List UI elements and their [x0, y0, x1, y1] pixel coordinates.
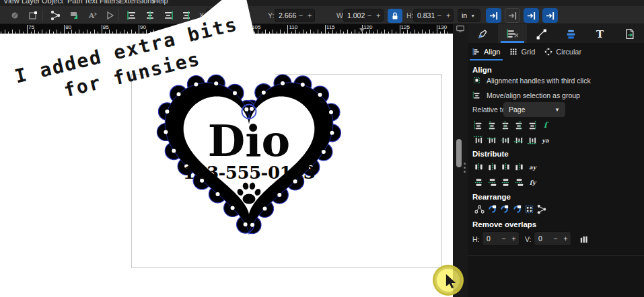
- overlap-v-plus-button[interactable]: +: [561, 235, 571, 243]
- overlap-h-field[interactable]: 0 − +: [482, 231, 520, 246]
- rearrange-graph-layout-button[interactable]: [473, 203, 486, 216]
- rearrange-randomize-button[interactable]: [523, 203, 536, 216]
- align-left-edge-button[interactable]: [472, 119, 485, 132]
- align-left-center-button[interactable]: [485, 119, 498, 132]
- y-field[interactable]: 2.666 − +: [275, 9, 315, 22]
- align-right-center-button[interactable]: [512, 119, 525, 132]
- lower-to-bottom-icon[interactable]: [67, 8, 81, 22]
- menu-item-layer[interactable]: Layer: [22, 0, 40, 5]
- align-center-vertical-button[interactable]: [499, 134, 511, 146]
- move-gradients-toggle[interactable]: [524, 8, 539, 23]
- align-right-edge-button[interactable]: [526, 119, 538, 132]
- subtab-grid[interactable]: Grid: [509, 43, 535, 60]
- ruler-tick: [116, 30, 117, 34]
- scale-stroke-toggle[interactable]: [486, 8, 501, 23]
- distribute-gaps-vertical-button[interactable]: [513, 176, 526, 189]
- scale-corners-toggle[interactable]: [505, 8, 520, 23]
- dialog-tab-bar: ×T: [468, 24, 644, 43]
- edit-objects-icon[interactable]: [26, 8, 40, 22]
- align-center-icon[interactable]: [143, 8, 157, 22]
- ruler-tick: [269, 32, 270, 34]
- width-field[interactable]: 1.002 − +: [343, 9, 384, 22]
- ruler-tick: [102, 25, 102, 34]
- overlap-h-plus-button[interactable]: +: [509, 235, 519, 243]
- distribute-centers-vertical-button[interactable]: [486, 176, 499, 189]
- ruler-tick: [94, 30, 95, 34]
- unit-dropdown[interactable]: in ▼: [458, 9, 480, 22]
- tab-node-editing[interactable]: [527, 24, 557, 43]
- h-minus-button[interactable]: −: [435, 11, 443, 19]
- distribute-gaps-horizontal-button[interactable]: [513, 161, 526, 173]
- relative-to-dropdown[interactable]: Page ▼: [503, 102, 565, 117]
- subtab-align-icon: [472, 48, 480, 56]
- ruler-tick: [325, 25, 326, 34]
- selector-tool-icon[interactable]: [7, 8, 22, 22]
- ruler-tick: [429, 30, 430, 34]
- distribute-top-edges-button[interactable]: [472, 176, 485, 189]
- y-minus-button[interactable]: −: [296, 11, 305, 19]
- overlap-h-minus-button[interactable]: −: [499, 235, 509, 243]
- distribute-bottom-edges-button[interactable]: [499, 176, 512, 189]
- rearrange-exchange-clockwise-button[interactable]: [511, 203, 524, 216]
- ruler-label: 75: [28, 24, 34, 30]
- ruler-label: 120: [363, 24, 372, 30]
- tab-text[interactable]: T: [585, 24, 615, 43]
- ruler-tick: [23, 32, 24, 34]
- rearrange-exchange-selection-order-button[interactable]: [486, 203, 499, 216]
- tab-layers[interactable]: [557, 24, 586, 43]
- distribute-text-anchor-horizontal-button[interactable]: ay: [526, 161, 539, 173]
- lock-ratio-button[interactable]: [388, 9, 402, 23]
- align-text-icon[interactable]: [179, 8, 194, 22]
- distribute-right-edges-button[interactable]: [499, 161, 512, 173]
- align-center-horizontal-button[interactable]: [499, 119, 511, 132]
- menu-item-text[interactable]: Text: [84, 0, 98, 5]
- align-bottom-edge-icon[interactable]: [161, 8, 176, 22]
- align-text-anchor-horizontal-button[interactable]: ſ: [539, 119, 552, 132]
- rearrange-exchange-stacking-order-button[interactable]: [498, 203, 511, 216]
- align-top-edge-icon[interactable]: [124, 8, 139, 22]
- menu-item-view[interactable]: View: [3, 0, 20, 5]
- w-plus-button[interactable]: +: [374, 11, 383, 19]
- align-bottom-edge-button[interactable]: [526, 134, 538, 146]
- distribute-centers-horizontal-button[interactable]: [486, 161, 499, 173]
- menu-item-help[interactable]: Help: [153, 0, 168, 5]
- height-field[interactable]: 0.831 − +: [413, 9, 454, 22]
- align-text-anchor-vertical-button[interactable]: ya: [539, 134, 552, 146]
- menu-item-extensions[interactable]: Extensions: [119, 0, 155, 5]
- distribute-text-anchor-vertical-button[interactable]: ſy: [526, 176, 539, 189]
- display-mode-icon[interactable]: [456, 24, 465, 34]
- ruler-position-marker: [359, 28, 365, 32]
- subtab-align[interactable]: Align: [472, 43, 500, 60]
- overlap-v-field[interactable]: 0 − +: [534, 231, 571, 246]
- y-plus-button[interactable]: +: [306, 11, 314, 19]
- tab-document-properties[interactable]: [615, 24, 644, 43]
- ruler-tick: [318, 30, 318, 34]
- rearrange-unclump-button[interactable]: [536, 203, 548, 216]
- flip-vertical-icon[interactable]: [103, 8, 118, 22]
- distribute-left-edges-button[interactable]: [472, 161, 485, 173]
- move-patterns-toggle[interactable]: [542, 8, 558, 23]
- remove-overlaps-button[interactable]: [577, 232, 590, 245]
- align-bottom-center-button[interactable]: [512, 134, 525, 146]
- menu-item-path[interactable]: Path: [67, 0, 83, 5]
- align-top-edge-button[interactable]: [472, 134, 485, 146]
- tab-align-distribute[interactable]: ×: [498, 24, 528, 43]
- w-minus-button[interactable]: −: [365, 11, 373, 19]
- ruler-tick: [12, 30, 13, 34]
- subtab-circular[interactable]: Circular: [544, 43, 581, 60]
- ruler-label: 85: [103, 24, 109, 30]
- overlap-v-minus-button[interactable]: −: [550, 235, 561, 243]
- flip-horizontal-icon[interactable]: A: [85, 8, 100, 22]
- ruler-tick: [321, 32, 322, 34]
- move-as-group-toggle[interactable]: Move/align selection as group: [472, 91, 580, 99]
- raise-to-top-icon[interactable]: [48, 8, 63, 22]
- scrollbar-thumb[interactable]: [456, 139, 462, 167]
- overlap-h-label: H:: [472, 235, 480, 243]
- menu-item-filters[interactable]: Filters: [100, 0, 120, 5]
- panel-splitter-handle[interactable]: [464, 163, 466, 173]
- align-top-center-button[interactable]: [485, 134, 498, 146]
- tab-pencil-dialog[interactable]: [468, 24, 498, 43]
- alignment-handles-toggle[interactable]: Alignment handles with third click: [472, 76, 591, 85]
- menu-item-object[interactable]: Object: [42, 0, 63, 5]
- h-plus-button[interactable]: +: [444, 11, 453, 19]
